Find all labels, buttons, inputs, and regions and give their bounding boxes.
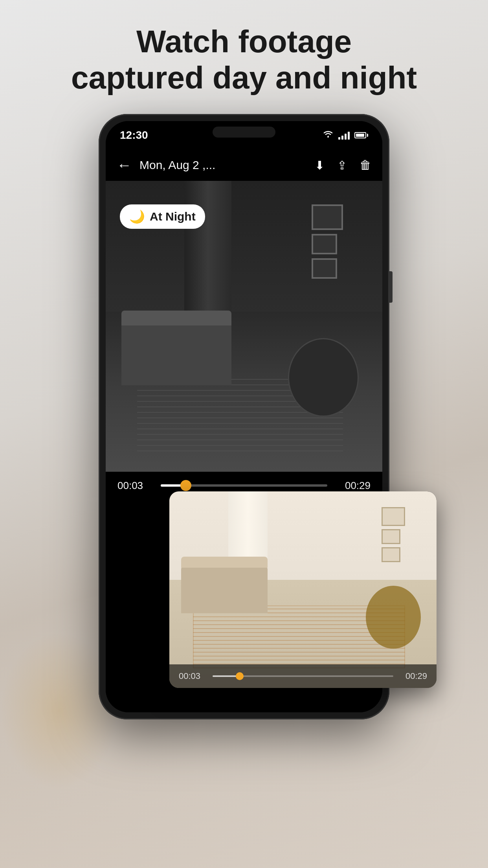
video-player[interactable]: 🌙 At Night [106,181,382,472]
headline-line1: Watch footage [0,24,488,60]
thumb-sofa [181,566,268,613]
battery-icon [354,132,368,138]
signal-icon [338,131,350,140]
thumb-progress-bar[interactable] [213,675,393,677]
thumbnail-controls: 00:03 00:29 [169,664,437,688]
thumb-frame-2 [382,529,400,544]
thumb-frame-1 [382,507,405,526]
room-table [288,338,359,417]
thumbnail-video: 00:03 00:29 [169,491,437,688]
phone-volume-button [389,271,393,303]
back-button[interactable]: ← [117,157,132,174]
thumb-progress-thumb[interactable] [236,672,244,680]
status-icons [323,130,368,141]
download-button[interactable] [315,158,325,172]
thumb-total-time: 00:29 [400,671,427,681]
room-curtain [184,181,231,330]
room-frame-3 [312,258,337,279]
progress-thumb[interactable] [180,480,191,491]
header-actions [315,158,371,172]
headline-line2: captured day and night [0,60,488,96]
moon-icon: 🌙 [129,209,145,224]
wifi-icon [323,130,334,141]
video-content: 🌙 At Night [106,181,382,472]
svg-point-0 [327,136,329,138]
room-frame-2 [312,234,337,254]
room-sofa [121,322,231,385]
delete-button[interactable] [360,158,371,172]
thumbnail-popup[interactable]: 00:03 00:29 [169,491,437,688]
header-title: Mon, Aug 2 ,... [139,158,315,172]
main-headline: Watch footage captured day and night [0,24,488,96]
status-time: 12:30 [120,129,148,142]
progress-bar[interactable] [161,484,327,487]
thumb-frames [382,507,405,562]
night-mode-badge: 🌙 At Night [120,204,205,229]
room-frame-1 [312,204,343,230]
night-badge-label: At Night [150,210,196,223]
current-time: 00:03 [117,480,153,492]
phone-mockup: 12:30 [99,114,389,719]
thumb-current-time: 00:03 [179,671,206,681]
thumb-frame-3 [382,547,400,562]
share-button[interactable] [337,158,347,172]
room-frames [312,204,343,279]
total-time: 00:29 [335,480,371,492]
thumb-table [366,586,421,649]
phone-notch [213,127,275,138]
app-header: ← Mon, Aug 2 ,... [106,149,382,181]
